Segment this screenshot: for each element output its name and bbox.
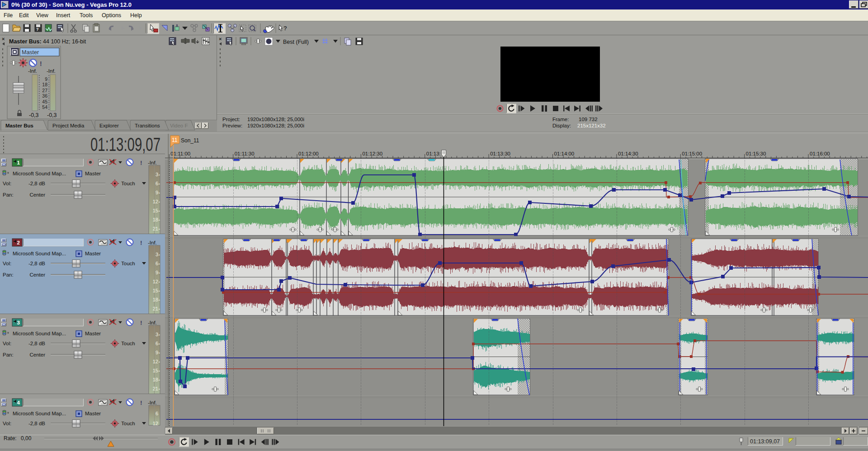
svg-text:Vol:: Vol: (3, 421, 11, 426)
svg-text:Pan:: Pan: (3, 352, 14, 357)
svg-text:Master Bus: 44 100 Hz; 16-bit: Master Bus: 44 100 Hz; 16-bit (9, 38, 86, 45)
svg-text:!: ! (140, 319, 142, 326)
svg-text:Frame:: Frame: (552, 117, 569, 122)
svg-text:Microsoft Sound Map...: Microsoft Sound Map... (13, 171, 66, 176)
svg-text:-2,8 dB: -2,8 dB (28, 181, 45, 186)
svg-text:01:13:09,07: 01:13:09,07 (90, 134, 160, 155)
svg-text:Best (Full): Best (Full) (283, 39, 309, 45)
svg-text:Video F: Video F (170, 123, 188, 128)
svg-text:Help: Help (130, 12, 142, 19)
svg-text:×: × (219, 36, 222, 42)
svg-text:-Inf.: -Inf. (148, 240, 157, 245)
svg-text:Project:: Project: (222, 117, 240, 122)
svg-text:0% (30 of 30) - Son Nu.veg - V: 0% (30 of 30) - Son Nu.veg - Vegas Pro 1… (11, 1, 132, 8)
svg-text:01:15:00: 01:15:00 (682, 151, 702, 156)
svg-text:Touch: Touch (121, 421, 135, 426)
svg-text:15: 15 (153, 288, 158, 293)
svg-text:18: 18 (42, 82, 47, 87)
svg-text:21: 21 (153, 226, 158, 231)
svg-text:!: ! (140, 399, 142, 406)
svg-text:!: ! (140, 160, 142, 166)
svg-text:Center: Center (29, 192, 45, 197)
svg-text:-0,3: -0,3 (47, 112, 57, 118)
svg-text:01:14:00: 01:14:00 (554, 151, 575, 156)
svg-text:01:12:00: 01:12:00 (298, 151, 319, 156)
svg-text:?: ? (36, 27, 39, 32)
svg-text:01:14:30: 01:14:30 (618, 151, 638, 156)
svg-text:!: ! (140, 240, 142, 246)
svg-text:Center: Center (29, 272, 45, 277)
svg-text:6: 6 (156, 261, 158, 266)
svg-text:Master: Master (85, 331, 101, 336)
svg-text:-Inf.: -Inf. (148, 400, 157, 405)
svg-text:?: ? (283, 25, 287, 32)
svg-text:Insert: Insert (56, 12, 71, 19)
svg-text:4: 4 (17, 400, 20, 405)
svg-text:12: 12 (153, 279, 158, 284)
svg-text:01:11:30: 01:11:30 (235, 151, 255, 156)
svg-text:Microsoft Sound Map...: Microsoft Sound Map... (13, 331, 66, 336)
svg-text:27: 27 (42, 88, 47, 93)
svg-text:215x121x32: 215x121x32 (577, 123, 606, 128)
svg-text:File: File (4, 12, 13, 19)
svg-text:01:16:00: 01:16:00 (810, 151, 830, 156)
svg-text:18: 18 (153, 217, 158, 222)
svg-text:3: 3 (156, 252, 158, 257)
svg-text:View: View (36, 12, 49, 19)
svg-text:Rate:: Rate: (4, 435, 17, 442)
svg-text:!: ! (40, 60, 42, 67)
svg-text:Tools: Tools (80, 12, 93, 19)
svg-text:Options: Options (102, 12, 121, 19)
svg-text:01:15:30: 01:15:30 (746, 151, 766, 156)
svg-text:Microsoft Sound Map...: Microsoft Sound Map... (13, 251, 66, 256)
svg-text:12: 12 (153, 359, 158, 364)
svg-text:×: × (2, 36, 5, 42)
svg-text:01:13:30: 01:13:30 (490, 151, 510, 156)
svg-text:18: 18 (153, 297, 158, 302)
svg-text:Master: Master (85, 171, 101, 176)
svg-text:Center: Center (29, 352, 45, 357)
svg-text:Vol:: Vol: (3, 181, 11, 186)
svg-text:1920x1080x128; 25,000i: 1920x1080x128; 25,000i (247, 117, 304, 122)
svg-text:3: 3 (156, 172, 158, 177)
svg-text:15: 15 (153, 208, 158, 213)
svg-text:-Inf.: -Inf. (148, 320, 157, 325)
svg-text:109 732: 109 732 (579, 117, 598, 122)
svg-text:Son_11: Son_11 (181, 137, 199, 144)
svg-text:Vol:: Vol: (3, 261, 11, 266)
svg-text:-2,8 dB: -2,8 dB (28, 261, 45, 266)
svg-text:-2,8 dB: -2,8 dB (28, 421, 45, 426)
svg-text:Master: Master (22, 49, 39, 56)
svg-text:-Inf.: -Inf. (28, 68, 37, 74)
svg-text:01:12:30: 01:12:30 (362, 151, 382, 156)
svg-text:Microsoft Sound Map...: Microsoft Sound Map... (13, 411, 66, 416)
svg-text:6: 6 (156, 341, 158, 346)
svg-text:9: 9 (156, 190, 158, 195)
svg-text:Touch: Touch (121, 341, 135, 346)
svg-text:-Inf.: -Inf. (148, 160, 157, 165)
svg-text:Display:: Display: (552, 123, 571, 128)
svg-text:-2,8 dB: -2,8 dB (28, 341, 45, 346)
svg-text:1920x1080x128; 25,000i: 1920x1080x128; 25,000i (247, 123, 304, 128)
svg-text:Preview:: Preview: (222, 123, 242, 128)
svg-text:01:13:09,07: 01:13:09,07 (750, 438, 780, 445)
svg-text:21: 21 (153, 306, 158, 311)
svg-text:Transitions: Transitions (135, 123, 160, 128)
svg-text:Edit: Edit (19, 12, 29, 19)
svg-text:36: 36 (42, 93, 47, 99)
svg-text:9: 9 (45, 76, 47, 82)
svg-text:6: 6 (156, 411, 158, 416)
svg-text:1: 1 (17, 160, 20, 165)
svg-text:9: 9 (156, 350, 158, 355)
svg-text:Project Media: Project Media (52, 123, 85, 128)
svg-text:15: 15 (153, 368, 158, 373)
svg-text:01:13:: 01:13: (426, 151, 441, 156)
svg-text:-0,3: -0,3 (29, 112, 39, 118)
svg-text:Vol:: Vol: (3, 341, 11, 346)
svg-text:11: 11 (172, 137, 178, 143)
svg-text:3: 3 (156, 332, 158, 337)
svg-text:Touch: Touch (121, 181, 135, 186)
svg-text:Master Bus: Master Bus (5, 123, 33, 128)
svg-text:Pan:: Pan: (3, 192, 14, 197)
svg-text:18: 18 (153, 377, 158, 382)
